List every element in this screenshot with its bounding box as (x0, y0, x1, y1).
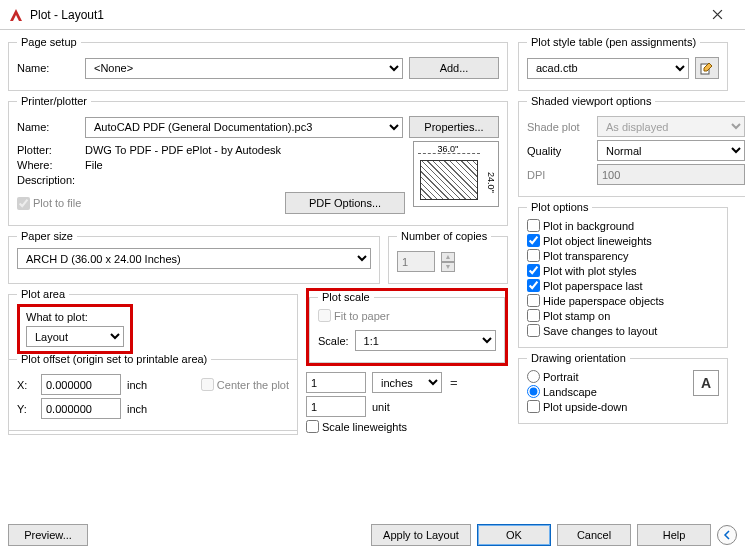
help-button[interactable]: Help (637, 524, 711, 546)
plot-options-legend: Plot options (527, 201, 592, 213)
collapse-button[interactable] (717, 525, 737, 545)
plot-bg-checkbox[interactable]: Plot in background (527, 219, 634, 232)
what-to-plot-select[interactable]: Layout (26, 326, 124, 347)
cancel-button[interactable]: Cancel (557, 524, 631, 546)
copies-down: ▼ (441, 262, 455, 272)
plot-to-file-checkbox: Plot to file (17, 197, 81, 210)
fit-to-paper-checkbox: Fit to paper (318, 309, 390, 322)
where-value: File (85, 159, 103, 171)
copies-group: Number of copies ▲ ▼ (388, 230, 508, 284)
preview-button[interactable]: Preview... (8, 524, 88, 546)
plot-trans-checkbox[interactable]: Plot transparency (527, 249, 629, 262)
page-setup-name-label: Name: (17, 62, 79, 74)
orientation-legend: Drawing orientation (527, 352, 630, 364)
hide-paperspace-checkbox[interactable]: Hide paperspace objects (527, 294, 664, 307)
fit-to-paper-input (318, 309, 331, 322)
preview-height: 24.0'' (486, 172, 496, 193)
upside-down-checkbox[interactable]: Plot upside-down (527, 400, 627, 413)
printer-name-label: Name: (17, 121, 79, 133)
printer-group: Printer/plotter Name: AutoCAD PDF (Gener… (8, 95, 508, 226)
copies-legend: Number of copies (397, 230, 491, 242)
plot-stamp-checkbox[interactable]: Plot stamp on (527, 309, 610, 322)
unit-label: unit (372, 401, 390, 413)
plot-scale-legend: Plot scale (318, 291, 374, 303)
printer-name-select[interactable]: AutoCAD PDF (General Documentation).pc3 (85, 117, 403, 138)
plot-area-legend: Plot area (17, 288, 69, 300)
paper-size-legend: Paper size (17, 230, 77, 242)
paper-preview: 36.0'' 24.0'' (413, 141, 499, 207)
plot-scale-highlight: Plot scale Fit to paper Scale: 1:1 (306, 288, 508, 366)
plot-style-select[interactable]: acad.ctb (527, 58, 689, 79)
scale-num-input[interactable] (306, 372, 366, 393)
quality-select[interactable]: Normal (597, 140, 745, 161)
plot-to-file-input (17, 197, 30, 210)
plot-scale-wrap: Plot scale Fit to paper Scale: 1:1 (306, 288, 508, 435)
window-title: Plot - Layout1 (30, 8, 104, 22)
shade-plot-label: Shade plot (527, 121, 591, 133)
close-button[interactable] (697, 1, 737, 29)
shade-plot-select: As displayed (597, 116, 745, 137)
plot-styles-checkbox[interactable]: Plot with plot styles (527, 264, 637, 277)
plot-options-group: Plot options Plot in background Plot obj… (518, 201, 728, 348)
copies-spinner: ▲ ▼ (441, 252, 455, 272)
page-setup-name-select[interactable]: <None> (85, 58, 403, 79)
plot-area-group: Plot area What to plot: Layout (8, 288, 298, 435)
scale-select[interactable]: 1:1 (355, 330, 496, 351)
copies-up: ▲ (441, 252, 455, 262)
plot-style-edit-button[interactable] (695, 57, 719, 79)
page-setup-legend: Page setup (17, 36, 81, 48)
equals-icon: = (448, 375, 460, 390)
portrait-radio[interactable]: Portrait (527, 370, 578, 383)
scale-lineweights-checkbox[interactable]: Scale lineweights (306, 420, 407, 433)
plot-style-legend: Plot style table (pen assignments) (527, 36, 700, 48)
apply-to-layout-button[interactable]: Apply to Layout (371, 524, 471, 546)
orientation-group: Drawing orientation Portrait Landscape P… (518, 352, 728, 424)
plotter-value: DWG To PDF - PDF ePlot - by Autodesk (85, 144, 281, 156)
paper-size-group: Paper size ARCH D (36.00 x 24.00 Inches) (8, 230, 380, 284)
plot-paperspace-checkbox[interactable]: Plot paperspace last (527, 279, 643, 292)
orientation-icon: A (693, 370, 719, 396)
titlebar: Plot - Layout1 (0, 0, 745, 30)
what-to-plot-highlight: What to plot: Layout (17, 304, 133, 354)
shaded-group: Shaded viewport options Shade plot As di… (518, 95, 745, 197)
properties-button[interactable]: Properties... (409, 116, 499, 138)
what-to-plot-label: What to plot: (26, 311, 124, 323)
scale-den-input[interactable] (306, 396, 366, 417)
where-label: Where: (17, 159, 79, 171)
add-button[interactable]: Add... (409, 57, 499, 79)
plotter-label: Plotter: (17, 144, 79, 156)
save-layout-checkbox[interactable]: Save changes to layout (527, 324, 657, 337)
pdf-options-button[interactable]: PDF Options... (285, 192, 405, 214)
ok-button[interactable]: OK (477, 524, 551, 546)
scale-label: Scale: (318, 335, 349, 347)
shaded-legend: Shaded viewport options (527, 95, 655, 107)
description-label: Description: (17, 174, 79, 186)
plot-lw-checkbox[interactable]: Plot object lineweights (527, 234, 652, 247)
copies-input (397, 251, 435, 272)
app-icon (8, 7, 24, 23)
quality-label: Quality (527, 145, 591, 157)
dpi-label: DPI (527, 169, 591, 181)
landscape-radio[interactable]: Landscape (527, 385, 597, 398)
page-setup-group: Page setup Name: <None> Add... (8, 36, 508, 91)
plot-style-group: Plot style table (pen assignments) acad.… (518, 36, 728, 91)
scale-unit-select[interactable]: inches (372, 372, 442, 393)
scale-lineweights-input[interactable] (306, 420, 319, 433)
paper-size-select[interactable]: ARCH D (36.00 x 24.00 Inches) (17, 248, 371, 269)
footer: Preview... Apply to Layout OK Cancel Hel… (0, 520, 745, 554)
dpi-input (597, 164, 745, 185)
printer-legend: Printer/plotter (17, 95, 91, 107)
